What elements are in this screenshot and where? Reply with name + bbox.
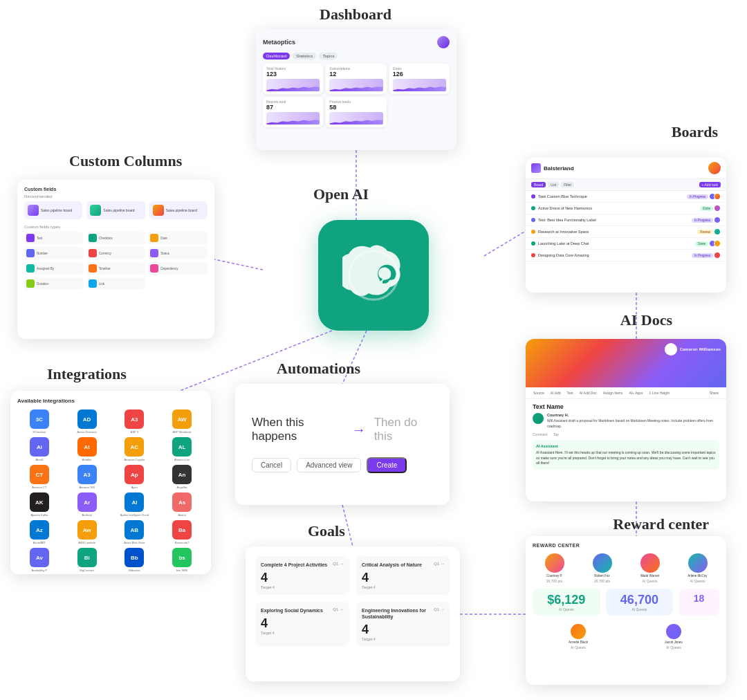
custom-board-2: Sales pipeline board	[149, 201, 208, 219]
aidocs-toolbar-source[interactable]: Source	[531, 390, 546, 396]
automations-create-button[interactable]: Create	[367, 457, 407, 473]
integration-item-3: AWASP Workbook	[160, 409, 204, 434]
goal-item-3: Engineering Innovations for Sustainabili…	[356, 602, 450, 647]
reward-center-card: REWARD CENTER Courtney P. 16,700 pts Rob…	[526, 536, 726, 685]
aidocs-response-header: AI Assistant	[536, 443, 716, 449]
field-checkbox: Checkbox	[86, 232, 146, 244]
reward-avatar-4	[571, 624, 586, 639]
field-currency: Currency	[86, 247, 146, 259]
aidocs-ai-user: Courtney H.	[547, 413, 719, 417]
integration-item-19: BaBarracuda?	[160, 520, 204, 544]
openai-logo-icon	[342, 244, 405, 306]
dashboard-card-title: Metaoptics	[263, 39, 295, 46]
stat-subscriptions: Subscriptions 12	[326, 64, 386, 94]
label-integrations: Integrations	[47, 365, 127, 383]
board-row-3: Research at Innovative Space Review	[526, 226, 726, 238]
reward-person-5: Jacob Jones AI Quests	[628, 624, 719, 650]
dashboard-tab-active[interactable]: Dashboard	[263, 53, 290, 59]
integration-item-21: BiBigConnect	[65, 548, 109, 572]
aidocs-toolbar-share[interactable]: Share	[708, 390, 721, 396]
reward-avatar-1	[593, 553, 612, 573]
integration-item-14: AIAptlee Intelligent Cloud	[113, 492, 157, 517]
integration-item-12: AKApache Kafka	[17, 492, 62, 517]
integration-item-20: AvAvailability P	[17, 548, 62, 572]
svg-line-2	[214, 259, 263, 270]
goal-item-1: Critical Analysis of Nature Q1 → 4 Targe…	[356, 556, 450, 595]
aidocs-toolbar-lineheight[interactable]: 1 Line Height	[647, 390, 672, 396]
integration-item-2: A3ASP 3	[113, 409, 157, 434]
dashboard-tab-statistics[interactable]: Statistics	[293, 53, 316, 59]
dashboard-tab-topics[interactable]: Topics	[319, 53, 338, 59]
integration-item-5: AtAirtable	[65, 437, 109, 461]
reward-points-val: 46,700	[613, 593, 667, 607]
integration-item-0: 3C3Checkout	[17, 409, 62, 434]
aidocs-ai-prompt: Will Assistant draft a proposal for Mark…	[547, 418, 719, 429]
automations-advanced-button[interactable]: Advanced view	[297, 458, 361, 472]
stat-extra-1: Reports total 87	[263, 97, 323, 127]
boards-btn-add[interactable]: + Add task	[699, 182, 721, 187]
board-row-0: Task Custom Blue Technique In Progress	[526, 191, 726, 203]
integration-item-13: ArArtificial	[65, 492, 109, 517]
aidocs-response-text: AI Assistant Here. I'll set this heads u…	[536, 450, 716, 466]
aidocs-user-name: Cameron Williamson	[680, 347, 721, 351]
custom-columns-card: Custom fields Recommended Sales pipeline…	[17, 180, 214, 339]
aidocs-toolbar-addoc[interactable]: AI Add Doc	[578, 390, 599, 396]
label-automations: Automations	[277, 360, 360, 378]
label-goals: Goals	[308, 522, 345, 540]
dashboard-avatar	[437, 36, 450, 48]
custom-board-1: Sales pipeline board	[86, 201, 145, 219]
label-dashboard: Dashboard	[320, 6, 391, 24]
aidocs-toolbar-apps[interactable]: AI+ Apps	[627, 390, 645, 396]
field-duration: Duration	[24, 277, 84, 290]
integration-item-6: ACAmazon Cognito	[113, 437, 157, 461]
aidocs-toolbar-assign[interactable]: Assign Items	[601, 390, 625, 396]
label-boards: Boards	[672, 123, 718, 141]
goals-card: Complete 4 Project Activities Q1 → 4 Tar…	[246, 546, 460, 681]
openai-card	[318, 220, 429, 331]
field-timeline: Timeline	[86, 262, 146, 275]
boards-title: Balsterland	[544, 165, 706, 172]
reward-avatar-0	[545, 553, 564, 573]
reward-title: REWARD CENTER	[533, 543, 719, 548]
reward-person-0: Courtney P. 16,700 pts	[533, 553, 576, 583]
goal-item-2: Exploring Social Dynamics Q1 → 4 Target …	[255, 602, 349, 647]
goal-item-0: Complete 4 Project Activities Q1 → 4 Tar…	[255, 556, 349, 595]
integration-item-16: AzAzureABT	[17, 520, 62, 544]
reward-count-box: 18	[679, 589, 719, 616]
stat-extra-2: Product leads 58	[326, 97, 386, 127]
aidocs-toolbar-text[interactable]: Text	[565, 390, 575, 396]
boards-btn-filter[interactable]: Filter	[561, 182, 574, 187]
aidocs-action-tap[interactable]: Tap	[553, 432, 559, 436]
automations-card: When this happens → Then do this Cancel …	[235, 384, 450, 505]
integration-item-15: AsAsana	[160, 492, 204, 517]
boards-rows: Task Custom Blue Technique In Progress A…	[526, 191, 726, 261]
field-status: Status	[148, 247, 208, 259]
integration-item-7: ALAmazon List	[160, 437, 204, 461]
aidocs-action-comment[interactable]: Comment	[533, 432, 548, 436]
boards-btn-list[interactable]: List	[548, 182, 559, 187]
aidocs-toolbar-aifield[interactable]: AI Add	[548, 390, 563, 396]
integration-item-8: CTAmazon CT	[17, 465, 62, 489]
boards-card: Balsterland Board List Filter + Add task…	[526, 158, 726, 293]
integration-item-1: ADActive Directory	[65, 409, 109, 434]
reward-count-val: 18	[685, 593, 712, 604]
board-row-5: Designing Data Core Amazing In Progress	[526, 250, 726, 261]
boards-logo	[531, 163, 541, 173]
integration-item-9: A3Amazon 360	[65, 465, 109, 489]
reward-score-label: AI Quests	[540, 607, 593, 611]
aidocs-header-banner: Cameron Williamson	[526, 339, 726, 387]
field-assigned-by: Assigned By	[24, 262, 84, 275]
aidocs-ai-avatar	[533, 413, 544, 424]
custom-board-0: Sales pipeline board	[24, 201, 82, 219]
automations-cancel-button[interactable]: Cancel	[252, 458, 291, 472]
reward-avatar-3	[688, 553, 708, 573]
reward-score-box: $6,129 AI Quests	[533, 589, 600, 616]
dashboard-card: Metaoptics Dashboard Statistics Topics T…	[256, 29, 456, 150]
boards-btn-active[interactable]: Board	[531, 182, 546, 187]
aidocs-doc-title: Text Name	[533, 403, 719, 410]
integrations-card: Available Integrations 3C3CheckoutADActi…	[10, 391, 211, 574]
custom-title: Custom fields	[24, 187, 208, 192]
integration-item-4: AiAircall	[17, 437, 62, 461]
board-row-2: Test: Best Idea Functionality Label In P…	[526, 214, 726, 226]
field-text: Text	[24, 232, 84, 244]
